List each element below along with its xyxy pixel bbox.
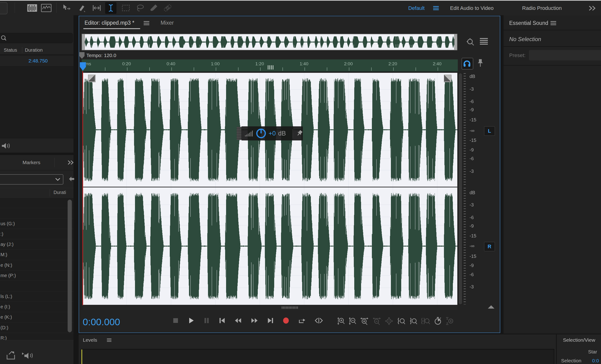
timer-button[interactable]	[433, 317, 442, 325]
scroll-up-arrow[interactable]	[488, 305, 494, 309]
fade-out-handle[interactable]	[444, 75, 451, 82]
media-row[interactable]: e (K:)	[0, 312, 73, 323]
media-row[interactable]: ls (L:)	[0, 292, 73, 302]
media-row[interactable]: e (N:)	[0, 260, 73, 271]
playhead-line[interactable]	[82, 71, 83, 305]
vscroll-thumb[interactable]	[459, 73, 462, 304]
files-col-duration[interactable]: Duration	[25, 47, 43, 53]
playhead-time[interactable]: 0:00.000	[83, 317, 120, 328]
workspace-default[interactable]: Default	[408, 5, 425, 11]
rewind-button[interactable]	[234, 317, 242, 324]
files-col-status[interactable]: Status	[4, 47, 17, 53]
hscroll-grip[interactable]	[282, 306, 298, 309]
waveform-vscrollbar[interactable]	[458, 73, 463, 305]
zoom-reset-button[interactable]	[385, 317, 393, 325]
media-row[interactable]	[0, 198, 73, 208]
selection-start-value[interactable]: 0:0	[592, 358, 599, 364]
pause-button[interactable]	[203, 317, 210, 324]
workspace-overflow-icon[interactable]	[588, 5, 597, 11]
left-channel-button[interactable]: L	[484, 126, 495, 136]
zoom-out-horizontal-button[interactable]	[372, 317, 381, 325]
zoom-to-selection-button[interactable]	[421, 317, 430, 325]
marquee-tool-button[interactable]	[120, 3, 131, 13]
media-row[interactable]: e (I:)	[0, 302, 73, 312]
right-channel-button[interactable]: R	[484, 242, 495, 251]
media-path-dropdown[interactable]	[0, 174, 63, 185]
partial-button[interactable]	[0, 2, 8, 14]
media-scrollbar[interactable]	[68, 200, 72, 332]
levels-menu-icon[interactable]	[107, 338, 111, 342]
brush-tool-button[interactable]	[148, 3, 159, 13]
media-row[interactable]: ay (J:)	[0, 239, 73, 250]
hud-gain-value[interactable]: +0	[269, 130, 276, 137]
monitor-button[interactable]	[461, 58, 473, 70]
loop-playback-button[interactable]	[297, 317, 306, 324]
zoom-in-vertical-button[interactable]	[337, 317, 345, 325]
hud-pin-icon[interactable]	[296, 129, 303, 137]
tempo-label[interactable]: Tempo: 120.0	[86, 53, 116, 58]
spot-healing-tool-button[interactable]	[162, 3, 173, 13]
waveform-view-button[interactable]	[26, 3, 38, 13]
media-row[interactable]: (D:)	[0, 323, 73, 333]
skip-selection-button[interactable]	[314, 317, 324, 324]
zoom-out-vertical-button[interactable]	[348, 317, 357, 325]
volume-hud[interactable]: +0 dB	[241, 126, 303, 141]
media-row[interactable]: R:)	[0, 333, 73, 340]
skip-to-start-button[interactable]	[218, 317, 226, 324]
zoom-in-point-button[interactable]	[397, 317, 405, 325]
essential-sound-menu-icon[interactable]	[551, 21, 556, 25]
zoom-out-point-button[interactable]	[409, 317, 417, 325]
stop-button[interactable]	[172, 317, 180, 324]
record-button[interactable]	[282, 317, 290, 324]
move-tool-button[interactable]	[60, 3, 72, 13]
lasso-tool-button[interactable]	[134, 3, 146, 13]
auto-play-icon[interactable]	[22, 351, 34, 361]
gain-knob-icon[interactable]	[255, 128, 266, 139]
vertical-zoom-button[interactable]	[445, 317, 454, 325]
waveform-right-channel[interactable]	[83, 187, 457, 305]
editor-panel-menu-icon[interactable]	[144, 21, 149, 25]
skip-to-end-button[interactable]	[266, 317, 274, 324]
spectral-display-icon[interactable]	[480, 38, 488, 45]
files-search-input[interactable]	[0, 33, 73, 43]
levels-meter[interactable]	[81, 349, 554, 364]
waveform-hscrollbar[interactable]	[83, 305, 457, 310]
zoom-in-horizontal-button[interactable]	[360, 317, 369, 325]
column-divider[interactable]	[22, 47, 22, 53]
media-col-duration[interactable]: Durati	[53, 190, 66, 195]
overview-left-handle[interactable]	[82, 34, 85, 50]
column-divider[interactable]	[50, 189, 50, 197]
tab-selection-view[interactable]: Selection/View	[563, 337, 595, 343]
play-button[interactable]	[187, 317, 195, 324]
media-row[interactable]	[0, 208, 73, 218]
tab-mixer[interactable]: Mixer	[160, 20, 174, 26]
import-icon[interactable]	[6, 351, 16, 361]
overview-right-handle[interactable]	[454, 34, 457, 50]
tab-editor[interactable]: Editor: clipped.mp3 *	[84, 20, 134, 26]
workspace-radio-production[interactable]: Radio Production	[522, 5, 562, 11]
hud-drag-handle[interactable]	[237, 127, 241, 140]
back-arrow-icon[interactable]	[69, 176, 74, 182]
tab-markers[interactable]: Markers	[22, 160, 40, 165]
preset-input[interactable]	[529, 50, 601, 60]
fade-in-handle[interactable]	[88, 75, 96, 82]
media-row[interactable]: me (P:)	[0, 271, 73, 281]
overview-strip[interactable]	[82, 34, 457, 50]
tab-levels[interactable]: Levels	[83, 337, 97, 343]
media-row[interactable]	[0, 281, 73, 291]
auto-play-icon[interactable]	[1, 142, 12, 150]
time-selection-tool-button[interactable]	[105, 2, 116, 14]
pin-icon[interactable]	[477, 59, 484, 68]
media-row[interactable]: M:)	[0, 250, 73, 260]
workspace-menu-icon[interactable]	[433, 6, 439, 10]
media-row[interactable]: us (G:)	[0, 219, 73, 229]
media-row[interactable]: :)	[0, 229, 73, 239]
zoom-navigator-icon[interactable]	[466, 38, 476, 47]
panel-overflow-icon[interactable]	[67, 160, 75, 166]
slip-tool-button[interactable]	[91, 3, 102, 13]
razor-tool-button[interactable]	[76, 3, 87, 13]
workspace-edit-audio-to-video[interactable]: Edit Audio to Video	[450, 5, 494, 11]
fast-forward-button[interactable]	[250, 317, 259, 324]
multitrack-view-button[interactable]	[40, 3, 52, 13]
tab-essential-sound[interactable]: Essential Sound	[509, 20, 548, 26]
